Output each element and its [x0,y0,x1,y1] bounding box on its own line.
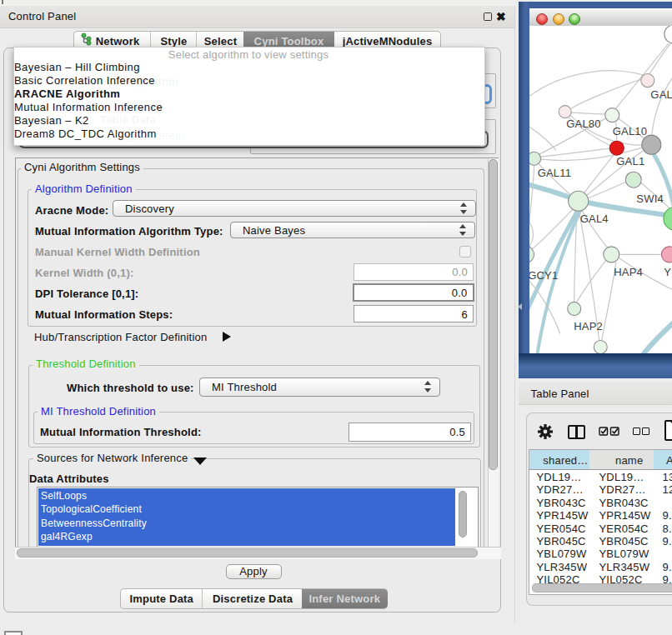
svg-text:GCY1: GCY1 [529,269,558,282]
svg-text:HAP4: HAP4 [614,266,643,278]
svg-text:GAL4: GAL4 [579,212,608,225]
svg-text:GAL1: GAL1 [616,155,644,168]
svg-text:GAL80: GAL80 [566,118,600,130]
svg-text:GAL11: GAL11 [537,167,571,179]
svg-text:GAL10: GAL10 [612,125,646,138]
svg-text:GAL2: GAL2 [650,88,672,101]
svg-text:HAP2: HAP2 [574,320,603,332]
svg-text:SWI4: SWI4 [636,192,664,205]
svg-text:Y: Y [664,266,671,278]
